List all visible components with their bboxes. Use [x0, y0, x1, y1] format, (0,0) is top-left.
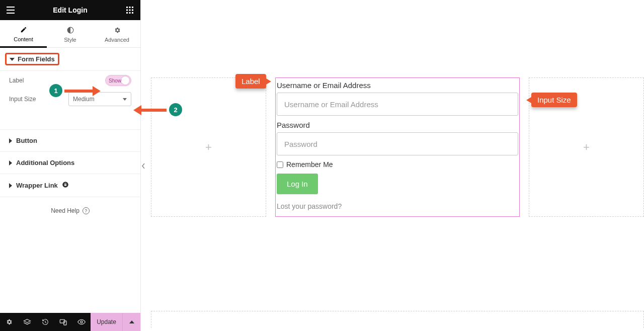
chevron-down-icon	[10, 58, 15, 61]
section-wrapper-link[interactable]: Wrapper Link	[0, 174, 140, 197]
lock-icon	[62, 181, 69, 190]
chevron-right-icon	[9, 183, 12, 188]
empty-column-left[interactable]: +	[151, 77, 266, 217]
control-label-row: Label Show	[9, 75, 131, 86]
update-button[interactable]: Update	[91, 313, 122, 331]
panel-title: Edit Login	[53, 6, 87, 14]
svg-point-17	[80, 321, 83, 323]
tab-advanced[interactable]: Advanced	[94, 20, 140, 47]
select-value: Medium	[73, 96, 95, 103]
svg-rect-4	[129, 7, 131, 8]
annotation-arrow-2	[133, 107, 167, 114]
section-button[interactable]: Button	[0, 129, 140, 152]
panel-footer: Update	[0, 313, 140, 331]
help-icon: ?	[83, 207, 90, 214]
plus-icon: +	[205, 141, 212, 154]
panel-collapse-handle[interactable]	[140, 162, 146, 170]
svg-rect-11	[132, 12, 133, 14]
history-icon[interactable]	[36, 313, 54, 331]
need-help[interactable]: Need Help ?	[0, 197, 140, 224]
pencil-icon	[19, 25, 28, 34]
responsive-icon[interactable]	[54, 313, 72, 331]
tab-label: Style	[64, 37, 76, 43]
annotation-badge-1: 1	[49, 84, 62, 97]
control-input-size-name: Input Size	[9, 96, 36, 103]
editor-panel: Edit Login Content Style	[0, 0, 141, 331]
password-label: Password	[276, 120, 519, 130]
gear-icon	[113, 26, 122, 35]
svg-rect-5	[132, 7, 133, 8]
tab-label: Advanced	[105, 37, 129, 43]
lost-password-text: Lost your password?	[277, 202, 342, 210]
contrast-icon	[66, 26, 75, 35]
chevron-right-icon	[9, 160, 12, 166]
svg-rect-10	[129, 12, 131, 14]
settings-icon[interactable]	[0, 313, 18, 331]
add-section-area[interactable]	[151, 311, 644, 328]
lost-password-link[interactable]: Lost your password?	[276, 194, 519, 212]
chevron-right-icon	[9, 138, 12, 143]
update-label: Update	[97, 318, 116, 325]
svg-rect-14	[64, 184, 66, 186]
hamburger-icon[interactable]	[6, 6, 15, 15]
section-additional-options[interactable]: Additional Options	[0, 152, 140, 174]
need-help-text: Need Help	[51, 207, 79, 214]
label-toggle[interactable]: Show	[105, 75, 131, 86]
chevron-down-icon	[123, 98, 127, 101]
section-form-fields[interactable]: Form Fields	[5, 53, 59, 65]
annotation-label-callout: Label	[235, 74, 266, 89]
remember-checkbox[interactable]	[277, 161, 283, 168]
navigator-icon[interactable]	[18, 313, 36, 331]
annotation-input-size-callout: Input Size	[531, 93, 577, 107]
annotation-badge-2: 2	[169, 103, 182, 116]
login-widget[interactable]: Username or Email Address Password Remem…	[275, 77, 520, 217]
svg-rect-7	[129, 10, 131, 11]
toggle-knob	[121, 76, 129, 85]
tab-label: Content	[14, 36, 33, 42]
username-input[interactable]	[277, 93, 518, 116]
plus-icon: +	[583, 141, 590, 154]
svg-rect-2	[7, 13, 15, 14]
panel-header: Edit Login	[0, 0, 140, 20]
preview-icon[interactable]	[72, 313, 91, 331]
svg-rect-0	[7, 7, 15, 8]
apps-grid-icon[interactable]	[125, 6, 134, 15]
update-options-button[interactable]	[122, 313, 140, 331]
panel-tabs: Content Style Advanced	[0, 20, 140, 48]
password-input[interactable]	[277, 132, 518, 155]
svg-rect-1	[7, 10, 15, 11]
tab-content[interactable]: Content	[0, 20, 47, 48]
svg-rect-3	[126, 7, 128, 8]
svg-rect-6	[126, 10, 128, 11]
section-title: Additional Options	[16, 159, 74, 167]
control-label-name: Label	[9, 77, 24, 84]
section-title: Button	[16, 137, 37, 144]
toggle-text: Show	[106, 78, 121, 84]
login-button[interactable]: Log In	[277, 174, 318, 194]
remember-label: Remember Me	[286, 160, 333, 169]
section-title: Wrapper Link	[16, 182, 58, 189]
svg-rect-9	[126, 12, 128, 14]
username-label: Username or Email Address	[276, 80, 519, 91]
svg-rect-8	[132, 10, 133, 11]
section-title: Form Fields	[18, 55, 55, 63]
chevron-up-icon	[129, 320, 134, 323]
editor-canvas: + Username or Email Address Password Rem…	[141, 0, 644, 331]
tab-style[interactable]: Style	[47, 20, 94, 47]
login-button-label: Log In	[287, 180, 308, 188]
annotation-arrow-1	[64, 88, 101, 95]
